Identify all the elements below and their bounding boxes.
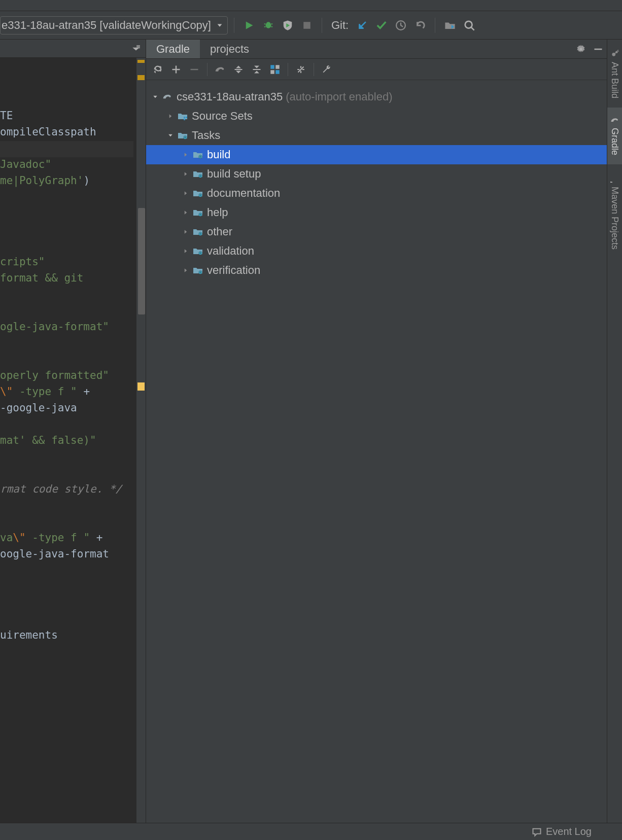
- project-structure-button[interactable]: [441, 17, 459, 34]
- tree-node-label: Tasks: [192, 129, 220, 142]
- toolbar-separator: [288, 63, 288, 76]
- svg-line-51: [617, 50, 618, 51]
- tree-node[interactable]: build setup: [146, 164, 607, 184]
- tree-node[interactable]: validation: [146, 241, 607, 261]
- run-config-dropdown[interactable]: e331-18au-atran35 [validateWorkingCopy]: [0, 16, 228, 34]
- expand-arrow[interactable]: [182, 171, 190, 177]
- vcs-revert-button[interactable]: [411, 17, 429, 34]
- chevron-down-list-icon: [131, 44, 141, 53]
- minimize-icon: [593, 44, 603, 54]
- gradle-show-dependencies-button[interactable]: [266, 61, 284, 78]
- expand-arrow[interactable]: [182, 209, 190, 216]
- vcs-update-button[interactable]: [354, 17, 371, 34]
- checkmark-icon: [376, 20, 387, 31]
- gradle-execute-button[interactable]: [212, 61, 229, 78]
- svg-rect-5: [303, 22, 310, 29]
- svg-rect-11: [136, 47, 140, 48]
- stop-button[interactable]: [298, 17, 316, 34]
- search-everywhere-button[interactable]: [461, 17, 478, 34]
- editor-area[interactable]: TEompileClasspath Javadoc"me|PolyGraph')…: [0, 58, 146, 823]
- expand-arrow[interactable]: [182, 190, 190, 196]
- svg-rect-15: [235, 69, 243, 70]
- tab-projects[interactable]: projects: [200, 40, 259, 58]
- tool-window-label: Ant Build: [609, 62, 620, 98]
- expand-arrow[interactable]: [182, 229, 190, 235]
- toolbar-separator: [234, 18, 234, 33]
- vcs-history-button[interactable]: [392, 17, 409, 34]
- gradle-tree[interactable]: cse331-18au-atran35(auto-import enabled)…: [146, 80, 607, 823]
- gradle-detach-button[interactable]: [186, 61, 203, 78]
- tree-node[interactable]: other: [146, 222, 607, 241]
- expand-arrow[interactable]: [182, 267, 190, 273]
- tool-window-button[interactable]: mMaven Projects: [607, 164, 622, 259]
- gradle-attach-button[interactable]: [167, 61, 185, 78]
- tree-node[interactable]: Source Sets: [146, 107, 607, 126]
- search-icon: [464, 20, 475, 31]
- gradle-settings-button[interactable]: [318, 61, 335, 78]
- tree-node[interactable]: verification: [146, 261, 607, 280]
- svg-point-0: [265, 22, 271, 28]
- svg-rect-17: [270, 65, 274, 69]
- gradle-expand-all-button[interactable]: [230, 61, 247, 78]
- svg-text:m: m: [610, 181, 615, 183]
- tab-gradle[interactable]: Gradle: [146, 40, 200, 58]
- ant-icon: [610, 49, 619, 58]
- expand-all-icon: [233, 64, 244, 75]
- plus-icon: [171, 64, 181, 75]
- tool-window-hide-button[interactable]: [590, 41, 607, 58]
- tree-node-label: help: [207, 206, 228, 219]
- gradle-icon: [610, 117, 619, 124]
- tree-root-node[interactable]: cse331-18au-atran35(auto-import enabled): [146, 87, 607, 107]
- svg-rect-9: [136, 45, 140, 46]
- refresh-icon: [153, 64, 163, 75]
- coverage-button[interactable]: [279, 17, 296, 34]
- svg-point-7: [465, 21, 472, 28]
- stripe-marker[interactable]: [137, 75, 145, 80]
- tab-label: projects: [210, 43, 249, 56]
- tree-node[interactable]: help: [146, 203, 607, 222]
- tree-node-label: validation: [207, 244, 254, 258]
- tool-window-button[interactable]: Gradle: [607, 108, 622, 164]
- minus-icon: [189, 64, 199, 75]
- status-bar: Event Log: [0, 823, 622, 840]
- svg-rect-22: [186, 117, 187, 118]
- gradle-icon: [162, 92, 172, 102]
- svg-rect-20: [275, 70, 280, 74]
- event-log-button[interactable]: Event Log: [546, 826, 592, 837]
- expand-arrow[interactable]: [166, 132, 175, 138]
- play-icon: [244, 20, 254, 30]
- expand-arrow[interactable]: [182, 152, 190, 158]
- bug-icon: [263, 20, 274, 31]
- svg-rect-14: [191, 68, 198, 70]
- svg-line-52: [617, 51, 618, 52]
- tool-window-label: Maven Projects: [609, 187, 620, 250]
- gradle-offline-button[interactable]: [292, 61, 309, 78]
- stripe-marker[interactable]: [137, 60, 145, 63]
- editor-column: TEompileClasspath Javadoc"me|PolyGraph')…: [0, 40, 146, 823]
- editor-tab-list-button[interactable]: [129, 42, 143, 55]
- clock-icon: [395, 20, 406, 31]
- folder-gear-icon: [193, 227, 203, 237]
- expand-arrow[interactable]: [166, 113, 175, 119]
- tree-node[interactable]: Tasks: [146, 126, 607, 145]
- maven-icon: m: [610, 173, 619, 183]
- tool-window-button[interactable]: Ant Build: [607, 40, 622, 108]
- code-content: TEompileClasspath Javadoc"me|PolyGraph')…: [0, 108, 146, 643]
- tree-node[interactable]: build: [146, 145, 607, 164]
- gradle-collapse-all-button[interactable]: [248, 61, 265, 78]
- tree-node-label: other: [207, 225, 232, 238]
- run-button[interactable]: [240, 17, 258, 34]
- folder-gear-icon: [193, 246, 203, 256]
- gradle-refresh-button[interactable]: [149, 61, 166, 78]
- right-tool-window-strip: Ant BuildGradlemMaven Projects: [607, 40, 622, 823]
- vcs-commit-button[interactable]: [373, 17, 390, 34]
- tree-node-label: Source Sets: [192, 110, 253, 123]
- tool-window-settings-button[interactable]: [572, 41, 590, 58]
- expand-arrow[interactable]: [182, 248, 190, 254]
- toolbar-separator: [207, 63, 208, 76]
- tab-label: Gradle: [156, 43, 190, 56]
- tree-node-label: documentation: [207, 187, 280, 200]
- debug-button[interactable]: [260, 17, 277, 34]
- collapse-all-icon: [252, 64, 262, 75]
- tree-node[interactable]: documentation: [146, 184, 607, 203]
